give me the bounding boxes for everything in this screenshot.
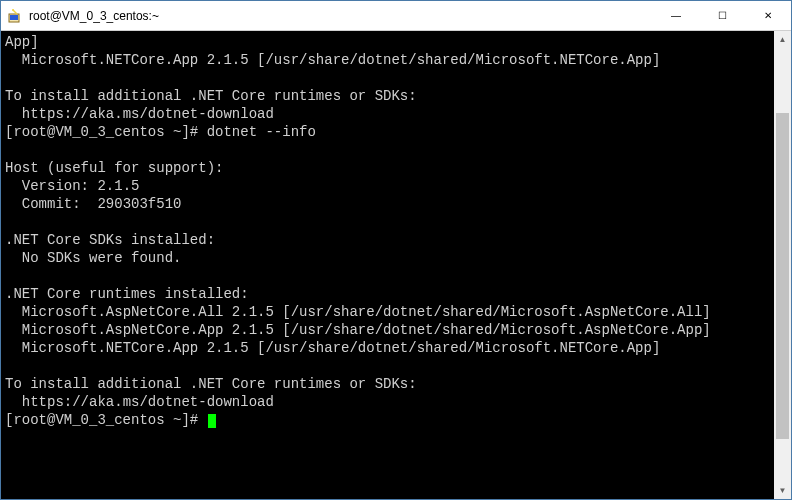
- svg-rect-1: [10, 15, 18, 20]
- window-controls: — ☐ ✕: [653, 1, 791, 30]
- scroll-track[interactable]: [774, 48, 791, 482]
- terminal-line: [root@VM_0_3_centos ~]# dotnet --info: [5, 123, 770, 141]
- scroll-thumb[interactable]: [776, 113, 789, 439]
- terminal-cursor: [208, 414, 216, 428]
- window-title: root@VM_0_3_centos:~: [29, 9, 647, 23]
- maximize-button[interactable]: ☐: [699, 1, 745, 30]
- client-area: App] Microsoft.NETCore.App 2.1.5 [/usr/s…: [1, 31, 791, 499]
- terminal-line: App]: [5, 33, 770, 51]
- vertical-scrollbar[interactable]: ▲ ▼: [774, 31, 791, 499]
- terminal-line: Microsoft.NETCore.App 2.1.5 [/usr/share/…: [5, 339, 770, 357]
- terminal-line: https://aka.ms/dotnet-download: [5, 393, 770, 411]
- terminal-line: [5, 213, 770, 231]
- putty-icon: [7, 8, 23, 24]
- terminal-output[interactable]: App] Microsoft.NETCore.App 2.1.5 [/usr/s…: [1, 31, 774, 499]
- terminal-line: To install additional .NET Core runtimes…: [5, 375, 770, 393]
- terminal-prompt: [root@VM_0_3_centos ~]#: [5, 412, 207, 428]
- terminal-line: To install additional .NET Core runtimes…: [5, 87, 770, 105]
- scroll-up-button[interactable]: ▲: [774, 31, 791, 48]
- terminal-line: No SDKs were found.: [5, 249, 770, 267]
- scroll-down-button[interactable]: ▼: [774, 482, 791, 499]
- close-button[interactable]: ✕: [745, 1, 791, 30]
- minimize-button[interactable]: —: [653, 1, 699, 30]
- terminal-line: [5, 357, 770, 375]
- terminal-line: Microsoft.AspNetCore.App 2.1.5 [/usr/sha…: [5, 321, 770, 339]
- app-window: root@VM_0_3_centos:~ — ☐ ✕ App] Microsof…: [0, 0, 792, 500]
- terminal-line: https://aka.ms/dotnet-download: [5, 105, 770, 123]
- terminal-line: [5, 69, 770, 87]
- terminal-line: [5, 141, 770, 159]
- terminal-line: Host (useful for support):: [5, 159, 770, 177]
- svg-point-3: [12, 9, 14, 11]
- terminal-line: [5, 267, 770, 285]
- terminal-line: Microsoft.NETCore.App 2.1.5 [/usr/share/…: [5, 51, 770, 69]
- terminal-line: .NET Core runtimes installed:: [5, 285, 770, 303]
- titlebar[interactable]: root@VM_0_3_centos:~ — ☐ ✕: [1, 1, 791, 31]
- terminal-line: Commit: 290303f510: [5, 195, 770, 213]
- terminal-line: .NET Core SDKs installed:: [5, 231, 770, 249]
- terminal-prompt-line[interactable]: [root@VM_0_3_centos ~]#: [5, 411, 770, 429]
- terminal-line: Version: 2.1.5: [5, 177, 770, 195]
- terminal-line: Microsoft.AspNetCore.All 2.1.5 [/usr/sha…: [5, 303, 770, 321]
